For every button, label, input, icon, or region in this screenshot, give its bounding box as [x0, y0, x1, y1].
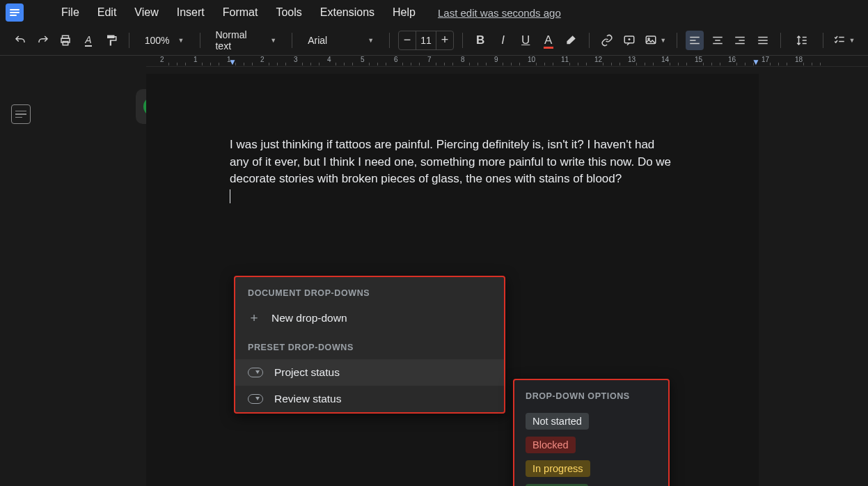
- text-cursor: [230, 189, 230, 203]
- preset-review-status-item[interactable]: Review status: [235, 386, 504, 412]
- options-title: DROP-DOWN OPTIONS: [514, 380, 668, 409]
- new-dropdown-item[interactable]: + New drop-down: [235, 305, 504, 331]
- ruler-tick: 5: [361, 56, 365, 63]
- separator: [823, 33, 823, 48]
- menu-edit[interactable]: Edit: [89, 3, 125, 22]
- line-spacing-button[interactable]: [789, 31, 814, 50]
- dropdown-chip-icon: [248, 394, 263, 404]
- caret-down-icon: ▼: [660, 37, 666, 44]
- chip-blocked: Blocked: [526, 437, 576, 453]
- ruler-tick: 2: [260, 56, 265, 63]
- work-area: ✓ I was just thinking if tattoos are pai…: [0, 67, 868, 486]
- separator: [589, 33, 590, 48]
- menu-insert[interactable]: Insert: [168, 3, 213, 22]
- menu-file[interactable]: File: [53, 3, 88, 22]
- add-comment-button[interactable]: [620, 31, 639, 50]
- ruler-tick: 11: [561, 56, 569, 63]
- font-select[interactable]: Arial ▼: [301, 31, 381, 50]
- ruler-tick: 8: [461, 56, 465, 63]
- dropdown-insert-panel: DOCUMENT DROP-DOWNS + New drop-down PRES…: [234, 276, 505, 414]
- ruler-tick: 16: [728, 56, 736, 63]
- ruler-tick: 9: [494, 56, 498, 63]
- ruler-tick: 17: [762, 56, 769, 63]
- zoom-select[interactable]: 100% ▼: [138, 31, 191, 50]
- separator: [780, 33, 781, 48]
- underline-button[interactable]: U: [516, 31, 535, 50]
- menu-format[interactable]: Format: [214, 3, 267, 22]
- ruler-tick: 15: [695, 56, 702, 63]
- review-status-label: Review status: [274, 393, 341, 405]
- redo-button[interactable]: [34, 31, 53, 50]
- ruler[interactable]: ▼ ▼ 21123456789101112131415161718: [146, 56, 868, 67]
- highlight-button[interactable]: [562, 31, 581, 50]
- caret-down-icon: ▼: [270, 37, 276, 44]
- option-not-started[interactable]: Not started: [514, 409, 668, 433]
- caret-down-icon: ▼: [178, 37, 184, 44]
- insert-link-button[interactable]: [598, 31, 617, 50]
- ruler-tick: 13: [628, 56, 636, 63]
- separator: [462, 33, 463, 48]
- separator: [677, 33, 677, 48]
- separator: [129, 33, 129, 48]
- paragraph-style-select[interactable]: Normal text ▼: [208, 31, 283, 50]
- preset-project-status-item[interactable]: Project status: [235, 359, 504, 386]
- menubar: File Edit View Insert Format Tools Exten…: [0, 0, 868, 25]
- ruler-tick: 2: [160, 56, 164, 63]
- toolbar: A 100% ▼ Normal text ▼ Arial ▼ − + B I U…: [0, 25, 868, 56]
- checklist-button[interactable]: ▼: [832, 31, 857, 50]
- decrease-font-size-button[interactable]: −: [399, 31, 416, 49]
- paint-format-button[interactable]: [102, 31, 120, 50]
- caret-down-icon: ▼: [368, 37, 374, 44]
- project-status-label: Project status: [274, 366, 340, 379]
- style-value: Normal text: [215, 29, 262, 52]
- menu-view[interactable]: View: [126, 3, 166, 22]
- docs-app-icon[interactable]: [6, 3, 24, 22]
- dropdown-options-panel: DROP-DOWN OPTIONS Not started Blocked In…: [513, 379, 670, 486]
- outline-toggle-button[interactable]: [11, 104, 31, 124]
- chip-not-started: Not started: [526, 413, 589, 430]
- font-size-group: − +: [398, 31, 454, 50]
- ruler-tick: 3: [294, 56, 298, 63]
- option-completed[interactable]: Completed: [514, 480, 668, 486]
- separator: [200, 33, 200, 48]
- insert-image-button[interactable]: ▼: [643, 31, 668, 50]
- option-blocked[interactable]: Blocked: [514, 433, 668, 457]
- ruler-tick: 10: [528, 56, 535, 63]
- ruler-tick: 1: [227, 56, 231, 63]
- spellcheck-button[interactable]: A: [79, 31, 98, 50]
- text-color-button[interactable]: A: [539, 31, 558, 50]
- align-left-button[interactable]: [686, 31, 704, 50]
- ruler-tick: 12: [594, 56, 602, 63]
- ruler-tick: 18: [795, 56, 803, 63]
- separator: [292, 33, 292, 48]
- align-justify-button[interactable]: [753, 31, 772, 50]
- document-body-text[interactable]: I was just thinking if tattoos are painf…: [230, 136, 675, 188]
- chip-in-progress: In progress: [526, 460, 590, 477]
- undo-button[interactable]: [11, 31, 30, 50]
- ruler-tick: 4: [327, 56, 331, 63]
- left-rail: [0, 67, 42, 486]
- ruler-tick: 7: [427, 56, 432, 63]
- dropdown-chip-icon: [248, 368, 263, 377]
- ruler-tick: 14: [661, 56, 669, 63]
- print-button[interactable]: [56, 31, 75, 50]
- italic-button[interactable]: I: [494, 31, 512, 50]
- align-right-button[interactable]: [731, 31, 750, 50]
- plus-icon: +: [248, 312, 260, 324]
- dropdown-section-document: DOCUMENT DROP-DOWNS: [235, 277, 504, 305]
- font-value: Arial: [308, 35, 327, 46]
- menu-help[interactable]: Help: [384, 3, 424, 22]
- font-size-input[interactable]: [416, 31, 436, 49]
- ruler-tick: 6: [394, 56, 398, 63]
- dropdown-section-preset: PRESET DROP-DOWNS: [235, 331, 504, 359]
- last-edit-link[interactable]: Last edit was seconds ago: [438, 7, 561, 19]
- increase-font-size-button[interactable]: +: [436, 31, 453, 49]
- caret-down-icon: ▼: [849, 37, 855, 44]
- separator: [389, 33, 390, 48]
- menu-extensions[interactable]: Extensions: [312, 3, 383, 22]
- option-in-progress[interactable]: In progress: [514, 457, 668, 480]
- ruler-tick: 1: [194, 56, 198, 63]
- align-center-button[interactable]: [708, 31, 727, 50]
- bold-button[interactable]: B: [471, 31, 490, 50]
- menu-tools[interactable]: Tools: [267, 3, 310, 22]
